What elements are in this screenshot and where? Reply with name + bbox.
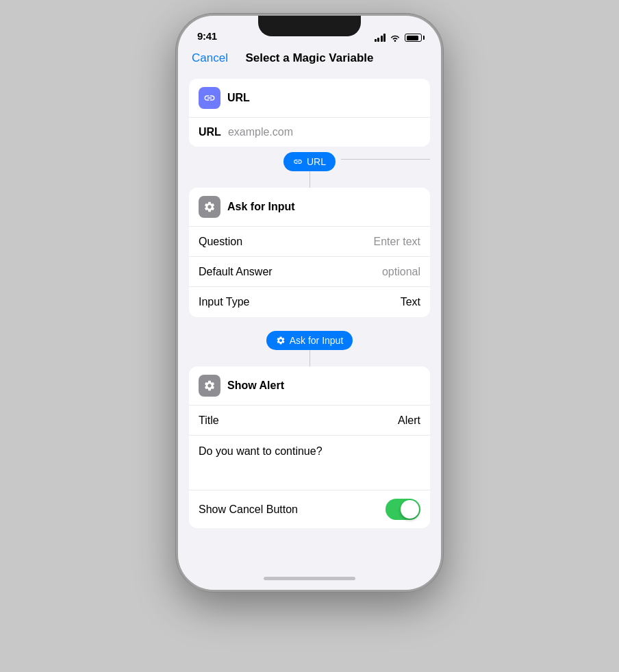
status-time: 9:41 bbox=[197, 30, 217, 42]
show-alert-icon bbox=[199, 375, 220, 397]
question-label: Question bbox=[199, 236, 242, 248]
wifi-icon bbox=[390, 34, 401, 42]
ask-for-input-variable-section: Ask for Input bbox=[189, 323, 430, 350]
show-alert-gear-icon bbox=[203, 379, 216, 392]
home-indicator bbox=[178, 567, 441, 590]
url-field-placeholder: example.com bbox=[228, 126, 293, 138]
question-row[interactable]: Question Enter text bbox=[189, 227, 430, 257]
ask-for-input-magic-pill[interactable]: Ask for Input bbox=[266, 331, 353, 350]
gear-icon bbox=[203, 201, 216, 213]
url-card-header: URL bbox=[189, 79, 430, 118]
nav-bar: Cancel Select a Magic Variable bbox=[178, 46, 441, 72]
url-magic-pill[interactable]: URL bbox=[283, 152, 336, 171]
ask-pill-label: Ask for Input bbox=[290, 335, 344, 346]
default-answer-row[interactable]: Default Answer optional bbox=[189, 257, 430, 287]
alert-title-value: Alert bbox=[398, 414, 420, 427]
ask-for-input-title: Ask for Input bbox=[227, 201, 295, 213]
connector-1 bbox=[189, 171, 430, 188]
nav-title: Select a Magic Variable bbox=[245, 51, 373, 65]
status-icons bbox=[375, 34, 422, 42]
default-answer-label: Default Answer bbox=[199, 266, 273, 278]
variable-line bbox=[341, 159, 430, 160]
url-field-label: URL bbox=[199, 126, 221, 138]
url-variable-section: URL bbox=[189, 147, 430, 171]
home-bar bbox=[264, 577, 355, 580]
connector-2 bbox=[189, 350, 430, 366]
ask-pill-gear-icon bbox=[276, 336, 286, 345]
url-card: URL URL example.com bbox=[189, 79, 430, 147]
ask-for-input-card: Ask for Input Question Enter text Defaul… bbox=[189, 188, 430, 317]
input-type-row[interactable]: Input Type Text bbox=[189, 287, 430, 317]
url-field-row: URL example.com bbox=[189, 118, 430, 147]
url-card-icon bbox=[199, 87, 220, 109]
show-cancel-button-toggle[interactable] bbox=[386, 499, 420, 520]
input-type-value: Text bbox=[401, 296, 420, 308]
signal-icon bbox=[375, 34, 386, 42]
show-cancel-button-row[interactable]: Show Cancel Button bbox=[189, 490, 430, 528]
default-answer-placeholder: optional bbox=[382, 266, 420, 278]
ask-for-input-header: Ask for Input bbox=[189, 188, 430, 227]
url-pill-label: URL bbox=[307, 156, 326, 167]
input-type-label: Input Type bbox=[199, 296, 249, 308]
alert-message[interactable]: Do you want to continue? bbox=[189, 436, 430, 490]
link-icon bbox=[203, 92, 216, 104]
cancel-button[interactable]: Cancel bbox=[192, 51, 228, 65]
toggle-thumb bbox=[401, 500, 419, 519]
question-placeholder: Enter text bbox=[374, 236, 420, 248]
battery-icon bbox=[405, 34, 422, 42]
url-card-title: URL bbox=[227, 92, 250, 104]
alert-title-row[interactable]: Title Alert bbox=[189, 406, 430, 436]
notch bbox=[258, 16, 361, 36]
ask-for-input-icon bbox=[199, 196, 220, 218]
show-cancel-button-label: Show Cancel Button bbox=[199, 503, 298, 516]
scroll-content: URL URL example.com URL bbox=[178, 72, 441, 567]
show-alert-title: Show Alert bbox=[227, 379, 284, 392]
alert-title-label: Title bbox=[199, 414, 219, 427]
show-alert-header: Show Alert bbox=[189, 366, 430, 406]
url-pill-link-icon bbox=[293, 157, 303, 166]
show-alert-card: Show Alert Title Alert Do you want to co… bbox=[189, 366, 430, 528]
